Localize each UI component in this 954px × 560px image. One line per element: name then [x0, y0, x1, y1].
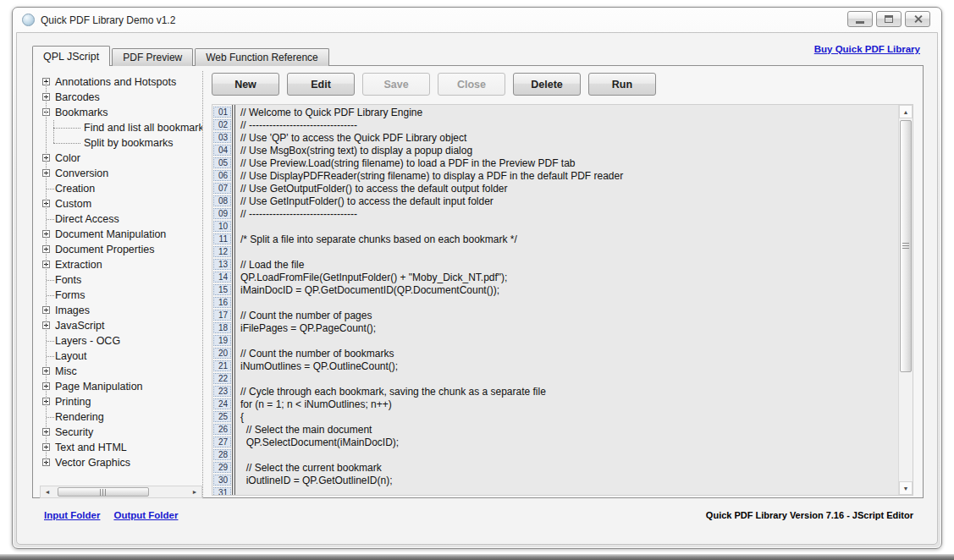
tree-item-label: Vector Graphics: [55, 457, 130, 469]
line-number: 08: [213, 195, 231, 206]
title-bar[interactable]: Quick PDF Library Demo v1.2: [13, 8, 941, 32]
tree-item-label: Split by bookmarks: [84, 137, 174, 149]
line-number: 14: [213, 272, 231, 283]
tab-qpl-jscript[interactable]: QPL JScript: [32, 46, 110, 66]
code-line: [240, 297, 898, 310]
tree-item[interactable]: Document Properties: [40, 242, 202, 257]
code-line: [240, 373, 898, 386]
edit-button[interactable]: Edit: [287, 73, 355, 96]
tab-web-function-reference[interactable]: Web Function Reference: [195, 48, 329, 66]
code-line: // Use GetInputFolder() to access the de…: [240, 195, 898, 208]
line-number: 13: [213, 259, 231, 270]
close-button[interactable]: [905, 11, 930, 27]
vertical-scrollbar-thumb[interactable]: [900, 120, 912, 372]
code-line: // Welcome to Quick PDF Library Engine: [240, 107, 898, 119]
line-number: 23: [213, 386, 231, 397]
tree-item[interactable]: Direct Access: [40, 211, 202, 227]
code-line: // Use DisplayPDFReader(string filename)…: [240, 170, 898, 183]
tree-item-label: Printing: [55, 396, 91, 408]
tree-item[interactable]: Color: [40, 151, 202, 166]
code-line: [240, 487, 898, 495]
tree-item-label: Text and HTML: [55, 442, 127, 453]
code-line: // Cycle through each bookmark, saving t…: [240, 386, 898, 398]
line-number: 11: [213, 233, 231, 244]
scroll-up-button[interactable]: ▲: [899, 105, 913, 118]
code-line: // Select the current bookmark: [240, 462, 898, 475]
tree-item[interactable]: Text and HTML: [40, 440, 202, 455]
line-number: 25: [213, 411, 231, 422]
code-line: // Use Preview.Load(string filename) to …: [240, 157, 898, 170]
tree-item[interactable]: Split by bookmarks: [40, 135, 202, 151]
minimize-icon: [856, 21, 864, 24]
tree-item[interactable]: Custom: [40, 196, 202, 211]
tree-item-label: Direct Access: [55, 213, 119, 225]
horizontal-scrollbar-thumb[interactable]: [58, 487, 149, 497]
tree-item[interactable]: Images: [40, 303, 202, 318]
scroll-down-button[interactable]: ▼: [899, 481, 913, 495]
line-number: 26: [213, 424, 231, 435]
code-line: // Select the main document: [240, 424, 898, 436]
line-number: 16: [213, 297, 231, 308]
output-folder-link[interactable]: Output Folder: [113, 510, 178, 520]
toolbar: NewEditSaveCloseDeleteRun: [212, 73, 656, 96]
tree-item[interactable]: Security: [40, 425, 202, 440]
minimize-button[interactable]: [847, 11, 873, 27]
function-tree[interactable]: Annotations and HotspotsBarcodesBookmark…: [40, 71, 203, 498]
maximize-button[interactable]: [876, 11, 902, 27]
line-number: 12: [213, 246, 231, 257]
delete-button[interactable]: Delete: [513, 73, 581, 96]
tab-pdf-preview[interactable]: PDF Preview: [112, 48, 193, 66]
tree-item[interactable]: Fonts: [40, 272, 202, 288]
script-editor[interactable]: 0102030405060708091011121314151617181920…: [212, 104, 913, 496]
line-number: 03: [213, 132, 231, 143]
tree-children: Find and list all bookmarksSplit by book…: [40, 120, 202, 151]
code-line: iFilePages = QP.PageCount();: [240, 322, 898, 335]
close-button: Close: [438, 73, 505, 96]
line-number: 18: [213, 322, 231, 333]
buy-link[interactable]: Buy Quick PDF Library: [814, 44, 920, 54]
tree-item[interactable]: Misc: [40, 364, 202, 379]
tree-item[interactable]: Vector Graphics: [40, 455, 202, 470]
tree-rail: [46, 82, 47, 463]
tree-item[interactable]: Layout: [40, 349, 202, 364]
input-folder-link[interactable]: Input Folder: [44, 510, 100, 520]
code-line: // Use GetOutputFolder() to access the d…: [240, 183, 898, 195]
scroll-left-button[interactable]: ◄: [41, 486, 54, 497]
scroll-right-button[interactable]: ►: [188, 486, 201, 497]
editor-vertical-scrollbar[interactable]: ▲ ▼: [898, 105, 913, 495]
tree-item[interactable]: Document Manipulation: [40, 227, 202, 242]
tree-connector: [47, 341, 54, 342]
tree-item-label: Layout: [55, 350, 87, 362]
tree-horizontal-scrollbar[interactable]: ◄ ►: [40, 486, 202, 498]
tree-connector: [47, 295, 54, 296]
tree-item[interactable]: Conversion: [40, 166, 202, 181]
tree-item[interactable]: Forms: [40, 288, 202, 303]
grip-icon: [902, 243, 909, 250]
tree-item[interactable]: Extraction: [40, 257, 202, 272]
tab-page-qpl-jscript: Annotations and HotspotsBarcodesBookmark…: [32, 65, 924, 498]
tree-item[interactable]: Find and list all bookmarks: [40, 120, 202, 135]
tree-item-label: Document Manipulation: [55, 228, 166, 240]
tree-item-label: Forms: [55, 289, 85, 301]
code-area[interactable]: // Welcome to Quick PDF Library Engine//…: [235, 105, 898, 495]
run-button[interactable]: Run: [588, 73, 656, 96]
tree-connector: [47, 189, 54, 189]
code-line: [240, 449, 898, 462]
tree-item[interactable]: Annotations and Hotspots: [40, 74, 202, 90]
arrow-right-icon: ►: [192, 489, 198, 495]
line-number: 05: [213, 157, 231, 168]
tree-item[interactable]: Layers - OCG: [40, 333, 202, 349]
code-line: for (n = 1; n < iNumOutlines; n++): [240, 398, 898, 411]
tree-item[interactable]: Barcodes: [40, 90, 202, 105]
tree-item[interactable]: Rendering: [40, 409, 202, 425]
tree-item[interactable]: Creation: [40, 181, 202, 196]
new-button[interactable]: New: [212, 73, 279, 96]
window-controls: [847, 11, 930, 27]
tree-item[interactable]: JavaScript: [40, 318, 202, 333]
code-line: // Use 'QP' to access the Quick PDF Libr…: [240, 132, 898, 145]
tree-item[interactable]: Page Manipulation: [40, 379, 202, 394]
tree-connector: [47, 356, 54, 357]
line-number: 02: [213, 119, 231, 130]
tree-item[interactable]: Bookmarks: [40, 105, 202, 120]
tree-item[interactable]: Printing: [40, 394, 202, 409]
